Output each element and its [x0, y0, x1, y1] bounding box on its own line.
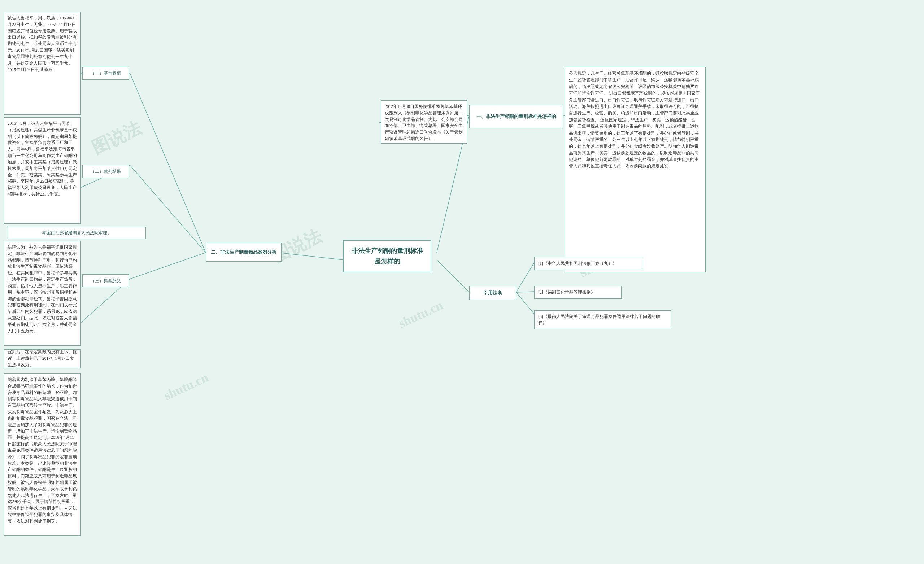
svg-line-1	[130, 73, 206, 253]
connection-lines	[0, 0, 924, 564]
legal-ref-1: [1]《中华人民共和国刑法修正案（九）》	[534, 257, 643, 270]
svg-line-3	[130, 253, 206, 279]
right-bottom-node: 引用法条	[469, 286, 516, 300]
left-branch-label: 二、非法生产制毒物品案例分析	[211, 249, 276, 255]
svg-line-2	[130, 165, 206, 253]
svg-line-12	[516, 291, 534, 292]
left-content-basic: 被告人鲁福平，男，汉族，1965年11月22日出生，无业。2005年11月15日…	[4, 12, 81, 115]
svg-line-0	[278, 253, 343, 260]
legal-ref-2-text: [2]《易制毒化学品管理条例》	[538, 289, 595, 296]
left-label-verdict: （二）裁判结果	[82, 165, 129, 178]
left-content-typical-text: 随着国内制造甲基苯丙胺、氯胺酮等合成毒品犯罪案件的增长，作为制造合成毒品原料的麻…	[8, 378, 77, 523]
left-content-basic-text: 被告人鲁福平，男，汉族，1965年11月22日出生，无业。2005年11月15日…	[8, 16, 77, 72]
right-bottom-label: 引用法条	[483, 290, 502, 296]
legal-ref-1-text: [1]《中华人民共和国刑法修正案（九）》	[538, 260, 617, 267]
left-label-basic-text: （一）基本案情	[91, 70, 121, 76]
svg-line-11	[516, 263, 534, 292]
left-content-verdict-text: 法院认为，被告人鲁福平违反国家规定、非法生产国家管制的易制毒化学品邻酮，情节特别…	[8, 245, 77, 333]
left-label-typical: （三）典型意义	[82, 274, 129, 287]
left-branch-node: 二、非法生产制毒物品案例分析	[206, 243, 282, 262]
center-node: 非法生产邻酮的量刑标准 是怎样的	[343, 240, 431, 273]
right-top-label: 一、非法生产邻酮的量刑标准是怎样的	[476, 113, 556, 120]
center-label: 非法生产邻酮的量刑标准 是怎样的	[351, 246, 423, 267]
left-content-2016-text: 2016年5月，被告人鲁福平与周某（另案处理）共谋生产邻氯苯基环戊酮（以下简称邻…	[8, 121, 77, 196]
right-law-content: 公告规定，凡生产、经营邻氯苯基环戊酮的，须按照规定向省级安全生产监督管理部门申请…	[565, 67, 706, 273]
left-label-basic: （一）基本案情	[82, 67, 129, 80]
case-court-text: 本案由江苏省建湖县人民法院审理。	[42, 230, 111, 236]
verdict-note-text: 宣判后，在法定期限内没有上诉、抗诉，上述裁判已于2017年1月17日发生法律效力…	[8, 349, 77, 368]
legal-ref-3: [3]《最高人民法院关于审理毒品犯罪案件适用法律若干问题的解释》	[534, 310, 671, 329]
left-content-2016: 2016年5月，被告人鲁福平与周某（另案处理）共谋生产邻氯苯基环戊酮（以下简称邻…	[4, 117, 81, 224]
right-top-node: 一、非法生产邻酮的量刑标准是怎样的	[469, 105, 563, 128]
watermark-1: 图说法	[88, 117, 145, 159]
verdict-note: 宣判后，在法定期限内没有上诉、抗诉，上述裁判已于2017年1月17日发生法律效力…	[4, 349, 81, 368]
left-content-verdict: 法院认为，被告人鲁福平违反国家规定、非法生产国家管制的易制毒化学品邻酮，情节特别…	[4, 241, 81, 346]
legal-ref-3-text: [3]《最高人民法院关于审理毒品犯罪案件适用法律若干问题的解释》	[538, 313, 668, 326]
svg-line-8	[437, 260, 469, 292]
node-2012-notice: 2012年10月30日国务院批准将邻氯苯基环戊酮列入《易制毒化学品管理条例》第一…	[381, 100, 467, 144]
mindmap-container: 图说法 图说法 shutu.cn shutu.cn shutu.cn 非法生产邻…	[0, 0, 924, 564]
watermark-4: shutu.cn	[161, 369, 211, 403]
left-label-typical-text: （三）典型意义	[91, 278, 121, 284]
left-label-verdict-text: （二）裁判结果	[91, 168, 121, 175]
case-court-label: 本案由江苏省建湖县人民法院审理。	[8, 226, 146, 239]
right-law-text: 公告规定，凡生产、经营邻氯苯基环戊酮的，须按照规定向省级安全生产监督管理部门申请…	[569, 71, 700, 168]
legal-ref-2: [2]《易制毒化学品管理条例》	[534, 286, 621, 299]
left-content-typical: 随着国内制造甲基苯丙胺、氯胺酮等合成毒品犯罪案件的增长，作为制造合成毒品原料的麻…	[4, 374, 81, 536]
watermark-3: shutu.cn	[396, 297, 446, 331]
svg-line-13	[516, 292, 534, 314]
node-2012-text: 2012年10月30日国务院批准将邻氯苯基环戊酮列入《易制毒化学品管理条例》第一…	[385, 104, 463, 141]
